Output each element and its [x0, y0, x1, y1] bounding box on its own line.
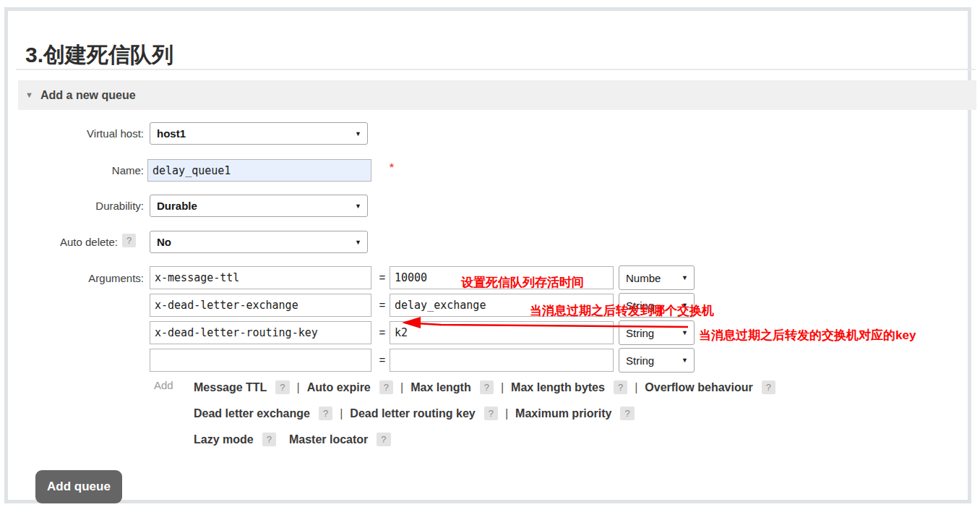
shortcut-links-line-2: Dead letter exchange?|Dead letter routin…: [194, 405, 635, 422]
separator: |: [505, 407, 508, 420]
section-title: Add a new queue: [40, 80, 136, 110]
name-label: Name:: [25, 159, 144, 182]
arg-link-master-locator[interactable]: Master locator: [289, 433, 368, 446]
separator: |: [297, 381, 300, 393]
help-icon[interactable]: ?: [379, 380, 393, 394]
argument-key-input[interactable]: [150, 321, 371, 344]
page: 3.创建死信队列 ▼ Add a new queue Virtual host:…: [0, 0, 980, 515]
auto-delete-value: No: [157, 231, 171, 252]
argument-key-input[interactable]: [150, 349, 371, 372]
arguments-label: Arguments:: [25, 267, 144, 289]
caret-down-icon: ▼: [355, 203, 361, 210]
virtual-host-label: Virtual host:: [25, 122, 144, 145]
arg-link-maximum-priority[interactable]: Maximum priority: [515, 407, 611, 420]
separator: |: [501, 381, 504, 393]
required-asterisk: *: [390, 161, 394, 173]
arg-link-lazy-mode[interactable]: Lazy mode: [194, 433, 254, 446]
caret-down-icon: ▼: [682, 357, 688, 364]
durability-select[interactable]: Durable ▼: [150, 195, 368, 217]
arg-link-max-length[interactable]: Max length: [411, 381, 471, 393]
equals-sign: =: [377, 321, 388, 344]
virtual-host-select[interactable]: host1 ▼: [150, 122, 368, 145]
argument-type-value: String: [626, 349, 654, 372]
arg-link-dead-letter-routing-key[interactable]: Dead letter routing key: [350, 407, 475, 420]
separator: |: [635, 381, 637, 393]
durability-value: Durable: [157, 195, 197, 216]
section-header-add-new-queue[interactable]: ▼ Add a new queue: [18, 80, 976, 110]
help-icon[interactable]: ?: [262, 433, 276, 446]
argument-type-value: Numbe: [626, 266, 661, 289]
help-icon[interactable]: ?: [275, 380, 289, 394]
argument-type-select[interactable]: String ▼: [619, 320, 695, 345]
content-frame: 3.创建死信队列 ▼ Add a new queue Virtual host:…: [4, 7, 971, 503]
help-icon[interactable]: ?: [614, 380, 627, 394]
caret-down-icon: ▼: [682, 329, 688, 336]
caret-down-icon: ▼: [682, 274, 688, 281]
argument-value-input[interactable]: [390, 349, 614, 372]
durability-label: Durability:: [25, 195, 144, 217]
arg-link-max-length-bytes[interactable]: Max length bytes: [511, 381, 605, 393]
argument-key-input[interactable]: [150, 266, 371, 289]
arg-link-auto-expire[interactable]: Auto expire: [307, 381, 371, 393]
argument-value-input[interactable]: [390, 321, 614, 344]
title-divider: [16, 69, 976, 70]
virtual-host-value: host1: [157, 123, 186, 144]
arg-link-dead-letter-exchange[interactable]: Dead letter exchange: [194, 407, 310, 420]
add-arguments-label: Add: [154, 378, 173, 393]
separator: |: [400, 381, 403, 393]
collapse-triangle-icon: ▼: [25, 80, 33, 110]
separator: |: [340, 407, 343, 420]
annotation-dead-letter-exchange: 当消息过期之后转发到哪个交换机: [530, 302, 714, 319]
argument-type-value: String: [626, 321, 654, 344]
shortcut-links-line-3: Lazy mode?Master locator?: [194, 431, 391, 448]
auto-delete-label: Auto delete:: [25, 231, 118, 253]
help-icon[interactable]: ?: [480, 380, 494, 394]
argument-key-input[interactable]: [150, 294, 371, 317]
help-icon[interactable]: ?: [319, 407, 332, 420]
help-icon[interactable]: ?: [122, 234, 136, 247]
help-icon[interactable]: ?: [762, 380, 775, 394]
help-icon[interactable]: ?: [620, 407, 634, 420]
argument-type-select[interactable]: Numbe ▼: [619, 265, 695, 290]
equals-sign: =: [377, 349, 388, 372]
caret-down-icon: ▼: [355, 239, 361, 246]
shortcut-links-line-1: Message TTL?|Auto expire?|Max length?|Ma…: [194, 379, 775, 396]
page-title: 3.创建死信队列: [25, 41, 173, 69]
auto-delete-select[interactable]: No ▼: [150, 231, 368, 253]
annotation-routing-key: 当消息过期之后转发的交换机对应的key: [699, 327, 916, 344]
arg-link-overflow-behaviour[interactable]: Overflow behaviour: [645, 381, 752, 393]
caret-down-icon: ▼: [355, 130, 361, 137]
add-queue-button[interactable]: Add queue: [35, 470, 122, 503]
annotation-ttl: 设置死信队列存活时间: [461, 274, 584, 291]
name-input[interactable]: [147, 159, 371, 182]
equals-sign: =: [377, 294, 388, 317]
help-icon[interactable]: ?: [484, 407, 498, 420]
help-icon[interactable]: ?: [377, 433, 390, 446]
equals-sign: =: [377, 266, 388, 289]
arg-link-message-ttl[interactable]: Message TTL: [194, 381, 267, 393]
argument-type-select[interactable]: String ▼: [619, 348, 695, 373]
